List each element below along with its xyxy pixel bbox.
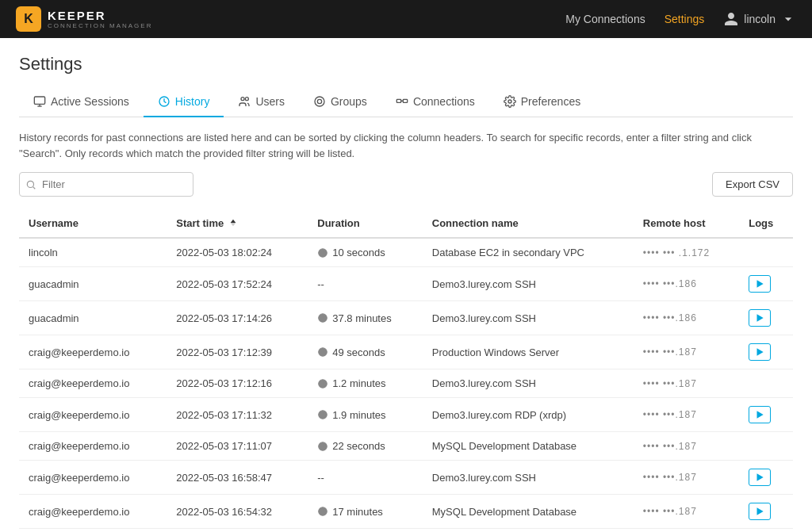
cell-start: 2022-05-03 17:11:32 — [167, 398, 308, 432]
users-icon — [238, 95, 251, 108]
clock-icon — [317, 247, 328, 258]
cell-logs — [739, 335, 793, 369]
cell-connection: Demo3.lurey.com SSH — [423, 301, 634, 335]
cell-start: 2022-05-03 16:54:32 — [167, 495, 308, 529]
filter-input-wrap — [19, 172, 193, 197]
sort-asc-icon — [229, 219, 237, 227]
cell-logs — [739, 398, 793, 432]
col-connection: Connection name — [423, 209, 634, 238]
table-header-row: Username Start time Duration Connection … — [19, 209, 793, 238]
cell-start: 2022-05-03 16:53:05 — [167, 529, 308, 533]
svg-point-6 — [317, 99, 321, 103]
col-username: Username — [19, 209, 167, 238]
svg-point-5 — [246, 98, 249, 101]
table-row: craig@keeperdemo.io 2022-05-03 16:58:47 … — [19, 461, 793, 495]
info-text: History records for past connections are… — [19, 130, 793, 161]
export-csv-button[interactable]: Export CSV — [712, 172, 793, 197]
cell-remote-host: •••• •••.187 — [634, 432, 739, 461]
play-icon — [754, 506, 765, 517]
page-title: Settings — [19, 54, 793, 75]
clock-icon — [317, 346, 328, 358]
logo-brand: KEEPER — [48, 9, 152, 22]
chevron-down-icon — [780, 11, 796, 27]
svg-rect-8 — [396, 99, 400, 102]
col-logs: Logs — [739, 209, 793, 238]
cell-logs — [739, 529, 793, 533]
cell-username: guacadmin — [19, 301, 167, 335]
table-row: lincoln 2022-05-03 18:02:24 10 seconds D… — [19, 238, 793, 267]
table-row: craig@keeperdemo.io 2022-05-03 17:12:16 … — [19, 369, 793, 398]
cell-duration: 55 seconds — [308, 529, 422, 533]
log-play-button[interactable] — [749, 469, 771, 486]
connections-icon — [396, 95, 408, 108]
svg-point-7 — [315, 97, 324, 106]
log-play-button[interactable] — [749, 343, 771, 361]
col-remote-host: Remote host — [634, 209, 739, 238]
clock-icon — [317, 409, 328, 420]
cell-logs — [739, 301, 793, 335]
logo-area: K KEEPER CONNECTION MANAGER — [16, 6, 152, 32]
tab-history[interactable]: History — [144, 87, 224, 117]
svg-point-4 — [241, 98, 244, 101]
tab-label-active-sessions: Active Sessions — [51, 95, 129, 108]
play-icon — [754, 346, 765, 358]
cell-duration: 1.9 minutes — [308, 398, 422, 432]
table-row: guacadmin 2022-05-03 17:52:24 -- Demo3.l… — [19, 267, 793, 301]
duration-cell: 49 seconds — [317, 346, 412, 358]
username-label: lincoln — [744, 13, 776, 25]
tab-connections[interactable]: Connections — [381, 87, 489, 117]
monitor-icon — [33, 95, 46, 108]
tab-label-groups: Groups — [331, 95, 367, 108]
svg-marker-19 — [757, 314, 764, 321]
cell-remote-host: •••• •••.187 — [634, 495, 739, 529]
cell-connection: Demo3.lurey.com RDP (xrdp) — [423, 398, 634, 432]
logo-icon: K — [16, 6, 41, 32]
cell-username: craig@keeperdemo.io — [19, 461, 167, 495]
log-play-button[interactable] — [749, 309, 771, 327]
svg-point-12 — [27, 181, 33, 187]
clock-icon — [317, 378, 328, 389]
filter-input[interactable] — [19, 172, 193, 197]
cell-duration: 1.2 minutes — [308, 369, 422, 398]
settings-link[interactable]: Settings — [665, 13, 705, 25]
col-start-time[interactable]: Start time — [167, 209, 308, 238]
user-menu[interactable]: lincoln — [723, 11, 796, 27]
cell-connection: Database EC2 in secondary VPC — [423, 238, 634, 267]
cell-remote-host: •••• •••.187 — [634, 398, 739, 432]
tab-users[interactable]: Users — [224, 87, 299, 117]
duration-cell: 1.9 minutes — [317, 409, 412, 421]
main-content: Settings Active Sessions History Users G… — [0, 38, 812, 532]
cell-username: guacadmin — [19, 267, 167, 301]
svg-marker-14 — [230, 220, 236, 223]
my-connections-link[interactable]: My Connections — [565, 13, 645, 25]
cell-username: craig@keeperdemo.io — [19, 398, 167, 432]
cell-start: 2022-05-03 18:02:24 — [167, 238, 308, 267]
cell-start: 2022-05-03 16:58:47 — [167, 461, 308, 495]
logo-sub: CONNECTION MANAGER — [48, 22, 152, 29]
cell-connection: Production Windows Server — [423, 335, 634, 369]
play-icon — [754, 472, 765, 483]
clock-icon — [317, 312, 328, 323]
groups-icon — [313, 95, 326, 108]
duration-cell: -- — [317, 278, 324, 290]
play-icon — [754, 409, 765, 420]
svg-marker-28 — [757, 507, 764, 515]
history-table: Username Start time Duration Connection … — [19, 209, 793, 532]
log-play-button[interactable] — [749, 503, 771, 520]
cell-connection: Demo3.lurey.com SSH — [423, 267, 634, 301]
cell-logs — [739, 432, 793, 461]
tab-groups[interactable]: Groups — [299, 87, 381, 117]
tab-label-preferences: Preferences — [521, 95, 580, 108]
cell-start: 2022-05-03 17:12:39 — [167, 335, 308, 369]
cell-username: craig@keeperdemo.io — [19, 369, 167, 398]
cell-remote-host: •••• •••.186 — [634, 301, 739, 335]
svg-marker-21 — [757, 348, 764, 355]
log-play-button[interactable] — [749, 275, 771, 293]
tab-preferences[interactable]: Preferences — [489, 87, 595, 117]
tab-active-sessions[interactable]: Active Sessions — [19, 87, 144, 117]
cell-start: 2022-05-03 17:11:07 — [167, 432, 308, 461]
svg-point-11 — [508, 100, 511, 103]
cell-remote-host: •••• ••• .1.172 — [634, 238, 739, 267]
log-play-button[interactable] — [749, 406, 771, 423]
duration-cell: 37.8 minutes — [317, 312, 412, 324]
